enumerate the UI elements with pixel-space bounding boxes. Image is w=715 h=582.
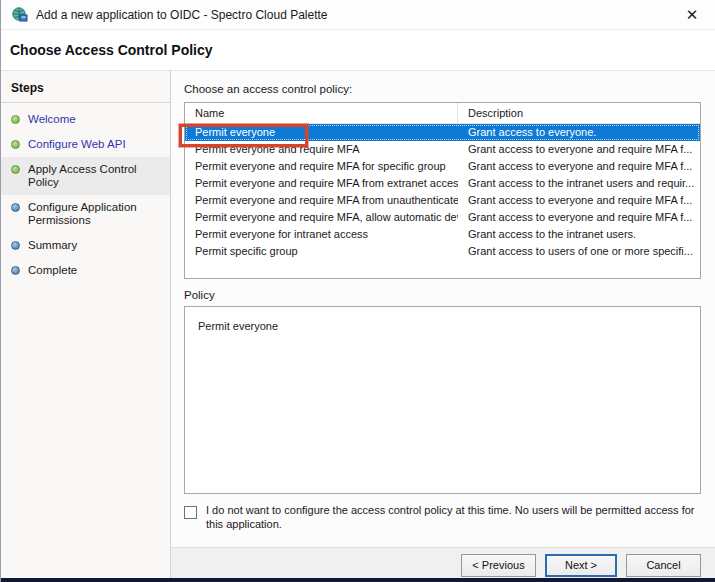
policy-name-cell: Permit everyone [185, 124, 458, 141]
table-row[interactable]: Permit everyone for intranet access Gran… [185, 226, 700, 243]
sidebar-item-label: Summary [28, 239, 77, 252]
step-todo-bullet-icon [11, 203, 20, 212]
step-done-bullet-icon [11, 115, 20, 124]
step-done-bullet-icon [11, 140, 20, 149]
policy-name-cell: Permit everyone and require MFA for spec… [185, 158, 458, 175]
step-todo-bullet-icon [11, 266, 20, 275]
sidebar-item-label: Welcome [28, 113, 76, 126]
sidebar-item-label: Apply Access Control Policy [28, 163, 158, 189]
policy-preview-box: Permit everyone [184, 306, 701, 494]
step-todo-bullet-icon [11, 241, 20, 250]
previous-button[interactable]: < Previous [461, 554, 536, 577]
step-done-bullet-icon [11, 165, 20, 174]
policy-name-cell: Permit specific group [185, 243, 458, 260]
sidebar-item-complete[interactable]: Complete [1, 258, 170, 283]
policy-description-cell: Grant access to users of one or more spe… [458, 243, 700, 260]
policy-name-cell: Permit everyone and require MFA from una… [185, 192, 458, 209]
policy-section-label: Policy [184, 289, 701, 301]
table-row-permit-everyone[interactable]: Permit everyone Grant access to everyone… [185, 124, 700, 141]
sidebar-item-label: Configure Web API [28, 138, 126, 151]
column-header-name[interactable]: Name [185, 103, 458, 123]
next-button[interactable]: Next > [545, 554, 617, 577]
table-row[interactable]: Permit everyone and require MFA from una… [185, 192, 700, 209]
column-header-description[interactable]: Description [458, 103, 700, 123]
app-icon [11, 6, 28, 23]
sidebar-item-label: Complete [28, 264, 77, 277]
table-row[interactable]: Permit everyone and require MFA for spec… [185, 158, 700, 175]
policy-table-label: Choose an access control policy: [184, 83, 701, 95]
sidebar-item-apply-access-control-policy[interactable]: Apply Access Control Policy [1, 157, 170, 195]
table-row[interactable]: Permit everyone and require MFA, allow a… [185, 209, 700, 226]
dialog-body: Steps Welcome Configure Web API Apply Ac… [1, 70, 715, 582]
main-panel: Choose an access control policy: Name De… [171, 70, 715, 582]
button-bar: < Previous Next > Cancel [171, 547, 715, 582]
cancel-button[interactable]: Cancel [626, 554, 701, 577]
sidebar-item-configure-application-permissions[interactable]: Configure Application Permissions [1, 195, 170, 233]
table-row[interactable]: Permit everyone and require MFA Grant ac… [185, 141, 700, 158]
policy-description-cell: Grant access to everyone and require MFA… [458, 192, 700, 209]
policy-name-cell: Permit everyone and require MFA [185, 141, 458, 158]
close-icon[interactable]: ✕ [681, 4, 703, 26]
policy-preview-text: Permit everyone [198, 320, 278, 332]
window-bottom-edge [1, 578, 715, 582]
policy-name-cell: Permit everyone and require MFA from ext… [185, 175, 458, 192]
window-title: Add a new application to OIDC - Spectro … [36, 8, 328, 22]
titlebar: Add a new application to OIDC - Spectro … [1, 0, 715, 30]
skip-policy-row: I do not want to configure the access co… [184, 503, 701, 531]
policy-name-cell: Permit everyone and require MFA, allow a… [185, 209, 458, 226]
policy-description-cell: Grant access to everyone and require MFA… [458, 141, 700, 158]
policy-name-cell: Permit everyone for intranet access [185, 226, 458, 243]
table-row[interactable]: Permit everyone and require MFA from ext… [185, 175, 700, 192]
steps-header: Steps [1, 77, 170, 103]
main-content: Choose an access control policy: Name De… [171, 71, 715, 547]
table-header-row: Name Description [185, 103, 700, 124]
policy-description-cell: Grant access to everyone and require MFA… [458, 158, 700, 175]
skip-policy-checkbox[interactable] [184, 506, 197, 519]
sidebar-item-summary[interactable]: Summary [1, 233, 170, 258]
policy-description-cell: Grant access to the intranet users. [458, 226, 700, 243]
page-title: Choose Access Control Policy [1, 30, 715, 70]
policy-description-cell: Grant access to everyone and require MFA… [458, 209, 700, 226]
steps-sidebar: Steps Welcome Configure Web API Apply Ac… [1, 70, 171, 582]
access-control-policy-table: Name Description Permit everyone Grant a… [184, 102, 701, 279]
skip-policy-label: I do not want to configure the access co… [206, 503, 697, 531]
wizard-dialog: Add a new application to OIDC - Spectro … [0, 0, 715, 582]
policy-description-cell: Grant access to the intranet users and r… [458, 175, 700, 192]
sidebar-item-label: Configure Application Permissions [28, 201, 158, 227]
sidebar-item-welcome[interactable]: Welcome [1, 107, 170, 132]
table-row[interactable]: Permit specific group Grant access to us… [185, 243, 700, 260]
sidebar-item-configure-web-api[interactable]: Configure Web API [1, 132, 170, 157]
policy-description-cell: Grant access to everyone. [458, 124, 700, 141]
